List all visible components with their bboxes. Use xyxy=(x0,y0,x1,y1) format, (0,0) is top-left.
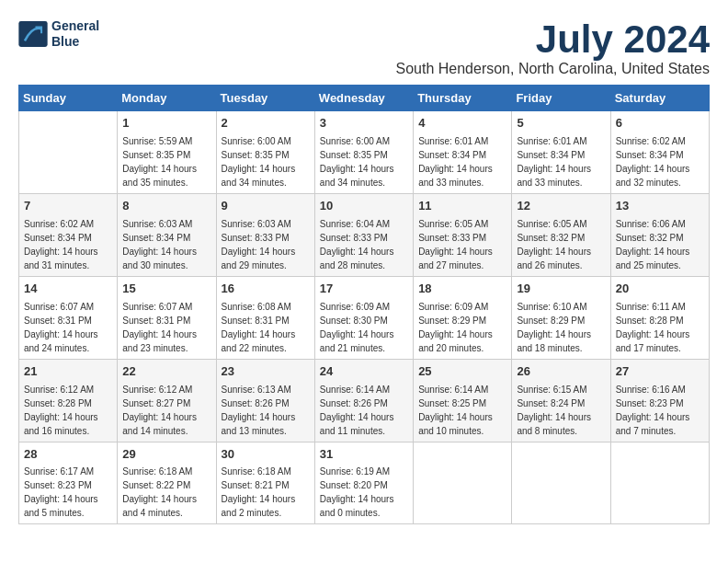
day-cell: 3Sunrise: 6:00 AM Sunset: 8:35 PM Daylig… xyxy=(314,111,413,194)
day-info: Sunrise: 6:18 AM Sunset: 8:21 PM Dayligh… xyxy=(222,465,310,520)
day-info: Sunrise: 6:05 AM Sunset: 8:33 PM Dayligh… xyxy=(418,217,506,272)
day-cell: 4Sunrise: 6:01 AM Sunset: 8:34 PM Daylig… xyxy=(414,111,512,194)
day-number: 23 xyxy=(222,363,310,381)
day-number: 22 xyxy=(122,363,210,381)
day-cell: 15Sunrise: 6:07 AM Sunset: 8:31 PM Dayli… xyxy=(118,276,216,359)
day-cell: 28Sunrise: 6:17 AM Sunset: 8:23 PM Dayli… xyxy=(19,442,118,524)
day-number: 10 xyxy=(320,198,408,215)
day-number: 8 xyxy=(122,198,210,215)
header: General Blue July 2024 South Henderson, … xyxy=(18,18,710,77)
day-number: 27 xyxy=(616,363,704,381)
day-info: Sunrise: 6:00 AM Sunset: 8:35 PM Dayligh… xyxy=(320,134,408,190)
day-info: Sunrise: 6:08 AM Sunset: 8:31 PM Dayligh… xyxy=(222,300,310,355)
day-cell: 29Sunrise: 6:18 AM Sunset: 8:22 PM Dayli… xyxy=(118,442,216,524)
day-info: Sunrise: 6:15 AM Sunset: 8:24 PM Dayligh… xyxy=(517,383,605,438)
day-cell xyxy=(610,442,709,524)
calendar-subtitle: South Henderson, North Carolina, United … xyxy=(395,61,710,77)
day-info: Sunrise: 6:09 AM Sunset: 8:30 PM Dayligh… xyxy=(320,300,408,355)
header-cell-saturday: Saturday xyxy=(610,86,709,111)
day-cell: 31Sunrise: 6:19 AM Sunset: 8:20 PM Dayli… xyxy=(314,442,413,524)
day-number: 15 xyxy=(122,281,210,298)
day-number: 25 xyxy=(418,363,506,381)
svg-rect-0 xyxy=(18,21,47,47)
day-cell: 22Sunrise: 6:12 AM Sunset: 8:27 PM Dayli… xyxy=(118,359,216,442)
day-number: 9 xyxy=(222,198,310,215)
calendar-title: July 2024 xyxy=(395,18,710,61)
day-cell: 21Sunrise: 6:12 AM Sunset: 8:28 PM Dayli… xyxy=(19,359,118,442)
day-info: Sunrise: 6:09 AM Sunset: 8:29 PM Dayligh… xyxy=(418,300,506,355)
day-number: 24 xyxy=(320,363,408,381)
day-info: Sunrise: 6:11 AM Sunset: 8:28 PM Dayligh… xyxy=(616,300,704,355)
day-info: Sunrise: 6:07 AM Sunset: 8:31 PM Dayligh… xyxy=(24,300,112,355)
header-cell-sunday: Sunday xyxy=(19,86,118,111)
logo-icon xyxy=(18,21,48,47)
day-info: Sunrise: 6:14 AM Sunset: 8:26 PM Dayligh… xyxy=(320,383,408,438)
day-info: Sunrise: 6:05 AM Sunset: 8:32 PM Dayligh… xyxy=(517,217,605,272)
day-info: Sunrise: 6:16 AM Sunset: 8:23 PM Dayligh… xyxy=(616,383,704,438)
day-info: Sunrise: 6:02 AM Sunset: 8:34 PM Dayligh… xyxy=(24,217,112,272)
header-row: SundayMondayTuesdayWednesdayThursdayFrid… xyxy=(19,86,710,111)
day-cell: 7Sunrise: 6:02 AM Sunset: 8:34 PM Daylig… xyxy=(19,194,118,277)
day-info: Sunrise: 6:10 AM Sunset: 8:29 PM Dayligh… xyxy=(517,300,605,355)
day-cell: 8Sunrise: 6:03 AM Sunset: 8:34 PM Daylig… xyxy=(118,194,216,277)
day-cell: 20Sunrise: 6:11 AM Sunset: 8:28 PM Dayli… xyxy=(610,276,709,359)
day-cell: 18Sunrise: 6:09 AM Sunset: 8:29 PM Dayli… xyxy=(414,276,512,359)
day-cell: 17Sunrise: 6:09 AM Sunset: 8:30 PM Dayli… xyxy=(314,276,413,359)
day-number: 14 xyxy=(24,281,112,298)
day-info: Sunrise: 6:03 AM Sunset: 8:34 PM Dayligh… xyxy=(122,217,210,272)
day-cell: 13Sunrise: 6:06 AM Sunset: 8:32 PM Dayli… xyxy=(610,194,709,277)
day-info: Sunrise: 6:18 AM Sunset: 8:22 PM Dayligh… xyxy=(122,465,210,520)
day-cell xyxy=(19,111,118,194)
header-cell-tuesday: Tuesday xyxy=(216,86,314,111)
day-number: 13 xyxy=(616,198,704,215)
day-cell: 14Sunrise: 6:07 AM Sunset: 8:31 PM Dayli… xyxy=(19,276,118,359)
week-row-3: 14Sunrise: 6:07 AM Sunset: 8:31 PM Dayli… xyxy=(19,276,710,359)
week-row-2: 7Sunrise: 6:02 AM Sunset: 8:34 PM Daylig… xyxy=(19,194,710,277)
day-cell: 11Sunrise: 6:05 AM Sunset: 8:33 PM Dayli… xyxy=(414,194,512,277)
day-number: 7 xyxy=(24,198,112,215)
day-number: 4 xyxy=(418,115,506,132)
logo: General Blue xyxy=(18,18,99,50)
day-cell: 26Sunrise: 6:15 AM Sunset: 8:24 PM Dayli… xyxy=(512,359,610,442)
day-number: 6 xyxy=(616,115,704,132)
day-cell: 25Sunrise: 6:14 AM Sunset: 8:25 PM Dayli… xyxy=(414,359,512,442)
day-info: Sunrise: 6:06 AM Sunset: 8:32 PM Dayligh… xyxy=(616,217,704,272)
day-number: 1 xyxy=(122,115,210,132)
day-cell: 23Sunrise: 6:13 AM Sunset: 8:26 PM Dayli… xyxy=(216,359,314,442)
day-info: Sunrise: 6:13 AM Sunset: 8:26 PM Dayligh… xyxy=(222,383,310,438)
day-cell xyxy=(512,442,610,524)
day-info: Sunrise: 6:19 AM Sunset: 8:20 PM Dayligh… xyxy=(320,465,408,520)
day-number: 18 xyxy=(418,281,506,298)
week-row-4: 21Sunrise: 6:12 AM Sunset: 8:28 PM Dayli… xyxy=(19,359,710,442)
day-info: Sunrise: 6:17 AM Sunset: 8:23 PM Dayligh… xyxy=(24,465,112,520)
header-cell-friday: Friday xyxy=(512,86,610,111)
day-cell: 6Sunrise: 6:02 AM Sunset: 8:34 PM Daylig… xyxy=(610,111,709,194)
day-cell: 16Sunrise: 6:08 AM Sunset: 8:31 PM Dayli… xyxy=(216,276,314,359)
day-number: 12 xyxy=(517,198,605,215)
day-number: 30 xyxy=(222,446,310,464)
header-cell-monday: Monday xyxy=(118,86,216,111)
day-number: 29 xyxy=(122,446,210,464)
title-section: July 2024 South Henderson, North Carolin… xyxy=(395,18,710,77)
day-number: 28 xyxy=(24,446,112,464)
day-number: 2 xyxy=(222,115,310,132)
day-info: Sunrise: 6:02 AM Sunset: 8:34 PM Dayligh… xyxy=(616,134,704,190)
day-cell: 5Sunrise: 6:01 AM Sunset: 8:34 PM Daylig… xyxy=(512,111,610,194)
day-number: 17 xyxy=(320,281,408,298)
day-info: Sunrise: 6:12 AM Sunset: 8:28 PM Dayligh… xyxy=(24,383,112,438)
day-number: 21 xyxy=(24,363,112,381)
header-cell-thursday: Thursday xyxy=(414,86,512,111)
header-cell-wednesday: Wednesday xyxy=(314,86,413,111)
day-cell: 30Sunrise: 6:18 AM Sunset: 8:21 PM Dayli… xyxy=(216,442,314,524)
week-row-1: 1Sunrise: 5:59 AM Sunset: 8:35 PM Daylig… xyxy=(19,111,710,194)
day-number: 20 xyxy=(616,281,704,298)
day-cell: 12Sunrise: 6:05 AM Sunset: 8:32 PM Dayli… xyxy=(512,194,610,277)
day-info: Sunrise: 6:07 AM Sunset: 8:31 PM Dayligh… xyxy=(122,300,210,355)
day-cell: 1Sunrise: 5:59 AM Sunset: 8:35 PM Daylig… xyxy=(118,111,216,194)
day-number: 5 xyxy=(517,115,605,132)
day-info: Sunrise: 6:03 AM Sunset: 8:33 PM Dayligh… xyxy=(222,217,310,272)
day-number: 19 xyxy=(517,281,605,298)
day-number: 26 xyxy=(517,363,605,381)
day-number: 31 xyxy=(320,446,408,464)
day-cell: 24Sunrise: 6:14 AM Sunset: 8:26 PM Dayli… xyxy=(314,359,413,442)
